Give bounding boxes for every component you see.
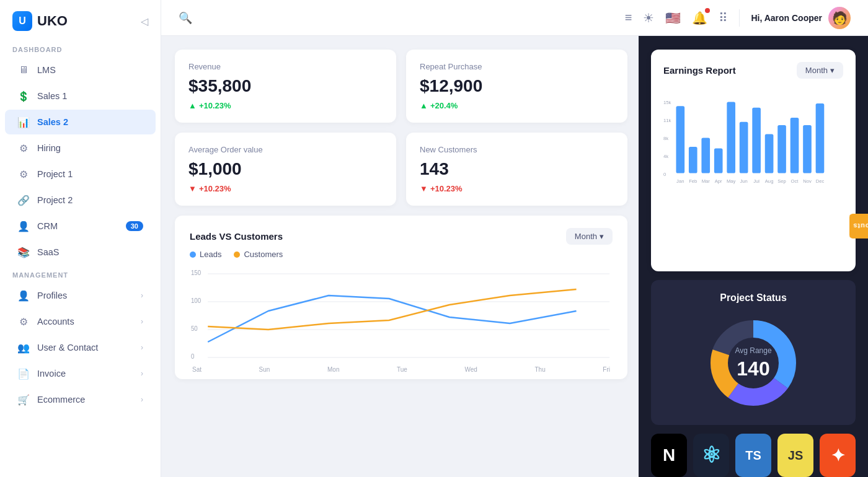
app-name: UKO xyxy=(37,13,68,29)
stats-row-bottom: Average Order value $1,000 ▼ +10.23% New… xyxy=(175,133,627,206)
sidebar-item-lms[interactable]: 🖥 LMS xyxy=(5,58,156,82)
lms-icon: 🖥 xyxy=(17,64,30,76)
svg-rect-33 xyxy=(803,125,812,173)
sidebar-item-saas[interactable]: 📚 SaaS xyxy=(5,240,156,265)
arrow-up-icon: ▲ xyxy=(188,101,197,110)
user-avatar: 🧑 xyxy=(828,7,851,29)
sidebar-item-label: Hiring xyxy=(37,143,61,153)
svg-text:100: 100 xyxy=(191,297,202,304)
sidebar-item-label: Sales 2 xyxy=(37,117,68,127)
svg-rect-25 xyxy=(752,108,761,173)
earnings-bar-chart: 15k 11k 8k 4k 0 Jan Feb xyxy=(663,89,843,197)
svg-rect-17 xyxy=(701,138,710,173)
main-content: 🔍 ≡ ☀ 🇺🇸 🔔 ⠿ Hi, Aaron Cooper 🧑 Re xyxy=(161,0,868,477)
accounts-icon: ⚙ xyxy=(17,315,30,328)
leads-month-filter[interactable]: Month ▾ xyxy=(566,228,613,245)
leads-chart-card: Leads VS Customers Month ▾ Leads Custome… xyxy=(175,216,627,379)
stat-card-new-customers: New Customers 143 ▼ +10.23% xyxy=(406,133,627,206)
sidebar-item-label: Ecommerce xyxy=(37,395,85,405)
dashboard-grid: Revenue $35,800 ▲ +10.23% Repeat Purchas… xyxy=(161,36,868,477)
react-icon[interactable]: ⚛ xyxy=(693,434,729,477)
leads-dot xyxy=(190,252,196,258)
stat-card-revenue: Revenue $35,800 ▲ +10.23% xyxy=(175,50,396,123)
layouts-tab[interactable]: Layouts xyxy=(849,214,868,239)
sidebar-item-sales2[interactable]: 📊 Sales 2 xyxy=(5,110,156,134)
svg-text:150: 150 xyxy=(191,269,202,276)
svg-text:50: 50 xyxy=(191,325,198,332)
stat-label: Average Order value xyxy=(188,145,383,154)
sidebar-item-project1[interactable]: ⚙ Project 1 xyxy=(5,162,156,186)
collapse-button[interactable]: ◁ xyxy=(141,15,148,27)
sidebar-item-project2[interactable]: 🔗 Project 2 xyxy=(5,188,156,212)
svg-text:15k: 15k xyxy=(663,100,671,105)
svg-text:Apr: Apr xyxy=(715,178,722,184)
search-wrap: 🔍 xyxy=(179,11,615,25)
svg-rect-19 xyxy=(714,148,723,173)
svg-rect-27 xyxy=(765,134,774,173)
sidebar-item-label: Project 2 xyxy=(37,195,73,205)
logo-icon: U xyxy=(12,11,32,31)
svg-text:0: 0 xyxy=(191,353,195,360)
javascript-icon[interactable]: JS xyxy=(777,434,813,477)
sidebar-item-label: Invoice xyxy=(37,369,66,379)
sidebar-item-ecommerce[interactable]: 🛒 Ecommerce › xyxy=(5,387,156,412)
svg-text:Feb: Feb xyxy=(689,178,697,184)
user-info[interactable]: Hi, Aaron Cooper 🧑 xyxy=(751,7,851,29)
svg-text:11k: 11k xyxy=(663,118,671,123)
menu-icon[interactable]: ≡ xyxy=(625,11,632,25)
svg-rect-31 xyxy=(790,118,799,173)
sidebar-item-crm[interactable]: 👤 CRM 30 xyxy=(5,214,156,239)
stat-card-avg-order: Average Order value $1,000 ▼ +10.23% xyxy=(175,133,396,206)
leads-line-chart: 150 100 50 0 xyxy=(190,268,613,367)
donut-chart: Avg Range 140 xyxy=(666,313,841,413)
sidebar-item-sales1[interactable]: 💲 Sales 1 xyxy=(5,84,156,108)
arrow-down-icon: ▼ xyxy=(188,184,197,193)
sidebar-item-invoice[interactable]: 📄 Invoice › xyxy=(5,361,156,386)
sidebar-item-label: Project 1 xyxy=(37,169,73,179)
stat-value: $1,000 xyxy=(188,159,383,179)
flag-icon[interactable]: 🇺🇸 xyxy=(665,11,681,25)
stat-value: 143 xyxy=(420,159,614,179)
sidebar-item-accounts[interactable]: ⚙ Accounts › xyxy=(5,309,156,334)
svg-rect-35 xyxy=(816,103,825,173)
stat-change: ▼ +10.23% xyxy=(420,184,614,193)
chevron-right-icon: › xyxy=(141,343,143,352)
sidebar-item-user-contact[interactable]: 👥 User & Contact › xyxy=(5,335,156,360)
stats-row-top: Revenue $35,800 ▲ +10.23% Repeat Purchas… xyxy=(175,50,627,123)
bell-icon[interactable]: 🔔 xyxy=(692,11,707,25)
svg-text:Jul: Jul xyxy=(753,178,760,184)
sidebar-item-label: Sales 1 xyxy=(37,91,67,101)
sidebar: U UKO ◁ DASHBOARD 🖥 LMS 💲 Sales 1 📊 Sale… xyxy=(0,0,161,477)
topbar: 🔍 ≡ ☀ 🇺🇸 🔔 ⠿ Hi, Aaron Cooper 🧑 xyxy=(161,0,868,36)
svg-rect-13 xyxy=(676,106,684,173)
earnings-month-filter[interactable]: Month ▾ xyxy=(797,62,843,79)
sidebar-item-profiles[interactable]: 👤 Profiles › xyxy=(5,283,156,308)
chevron-down-icon: ▾ xyxy=(600,232,604,241)
crm-badge: 30 xyxy=(126,221,143,231)
crm-icon: 👤 xyxy=(17,220,30,232)
svg-text:Jan: Jan xyxy=(676,178,684,184)
sidebar-item-hiring[interactable]: ⚙ Hiring xyxy=(5,136,156,160)
nextjs-icon[interactable]: N xyxy=(651,434,687,477)
svg-text:May: May xyxy=(727,178,736,184)
theme-toggle-icon[interactable]: ☀ xyxy=(643,11,654,25)
chevron-right-icon: › xyxy=(141,395,143,404)
svg-rect-21 xyxy=(727,102,735,173)
sales1-icon: 💲 xyxy=(17,90,30,102)
leads-header: Leads VS Customers Month ▾ xyxy=(190,228,613,245)
stat-card-repeat: Repeat Purchase $12,900 ▲ +20.4% xyxy=(406,50,627,123)
chevron-right-icon: › xyxy=(141,317,143,326)
earnings-card: Earnings Report Month ▾ 15k 11k 8k 4k 0 xyxy=(651,50,856,271)
stat-change: ▼ +10.23% xyxy=(188,184,383,193)
apps-icon[interactable]: ⠿ xyxy=(719,11,728,25)
svg-text:Nov: Nov xyxy=(803,178,812,184)
svg-rect-23 xyxy=(740,122,748,173)
sidebar-item-label: SaaS xyxy=(37,247,59,257)
svg-rect-15 xyxy=(689,147,698,173)
figma-icon[interactable]: ✦ xyxy=(820,434,856,477)
legend-leads: Leads xyxy=(190,250,221,259)
sidebar-item-label: LMS xyxy=(37,65,56,75)
stat-change: ▲ +20.4% xyxy=(420,101,614,110)
typescript-icon[interactable]: TS xyxy=(735,434,771,477)
chevron-right-icon: › xyxy=(141,291,143,300)
